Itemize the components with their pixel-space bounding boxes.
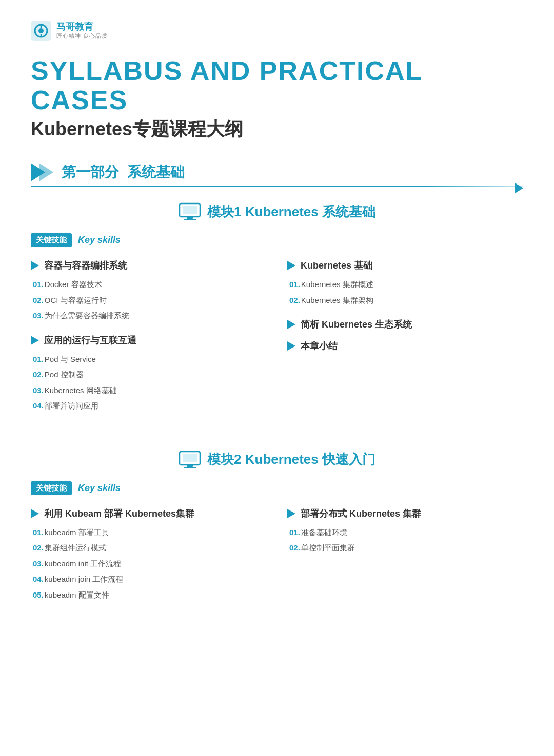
subsec-k8s-basics: Kubernetes 基础	[287, 259, 523, 272]
module-divider	[31, 440, 523, 440]
subsec-kubeam-title: 利用 Kubeam 部署 Kubernetes集群	[44, 507, 194, 520]
list-item: 02.OCI 与容器运行时	[33, 295, 267, 307]
list-item: 02.单控制平面集群	[289, 542, 523, 554]
app-running-list: 01.Pod 与 Service 02.Pod 控制器 03.Kubernete…	[31, 354, 267, 412]
module1-header: 模块1 Kubernetes 系统基础	[31, 202, 523, 221]
svg-marker-6	[39, 163, 53, 181]
subsec-arrow	[287, 341, 295, 351]
subsec-k8s-eco-title: 简析 Kubernetes 生态系统	[301, 318, 412, 331]
svg-rect-12	[183, 454, 197, 462]
module2-header: 模块2 Kubernetes 快速入门	[31, 451, 523, 469]
subsec-arrow	[31, 261, 39, 270]
list-item: 03.Kubernetes 网络基础	[33, 385, 267, 397]
svg-rect-9	[187, 217, 193, 219]
logo-text: 马哥教育 匠心精神·良心品质	[56, 22, 108, 40]
subsec-app-running-title: 应用的运行与互联互通	[44, 334, 136, 346]
svg-point-2	[38, 28, 44, 33]
list-item: 04.kubeadm join 工作流程	[33, 574, 267, 585]
part1-title: 第一部分 系统基础	[62, 162, 185, 182]
list-item: 03.kubeadm init 工作流程	[33, 558, 267, 570]
svg-rect-13	[187, 465, 193, 467]
key-skills-en2: Key skills	[78, 483, 121, 494]
list-item: 01.kubeadm 部署工具	[33, 527, 267, 539]
module2-title: 模块2 Kubernetes 快速入门	[207, 451, 375, 468]
list-item: 01.Pod 与 Service	[33, 354, 267, 365]
list-item: 05.kubeadm 配置文件	[33, 589, 267, 601]
module2: 模块2 Kubernetes 快速入门 关键技能 Key skills 利用 K…	[31, 451, 523, 614]
subsec-kubeam: 利用 Kubeam 部署 Kubernetes集群	[31, 507, 267, 520]
list-item: 02.Pod 控制器	[33, 369, 267, 381]
list-item: 02.Kubernetes 集群架构	[289, 295, 523, 307]
subsec-chapter-summary: 本章小结	[287, 340, 523, 352]
subsec-k8s-eco: 简析 Kubernetes 生态系统	[287, 318, 523, 331]
svg-rect-14	[184, 467, 196, 468]
svg-rect-10	[184, 219, 196, 220]
subsec-containers: 容器与容器编排系统	[31, 259, 267, 272]
subsec-arrow	[287, 509, 295, 518]
module1-title: 模块1 Kubernetes 系统基础	[207, 203, 375, 221]
subsec-distributed-title: 部署分布式 Kubernetes 集群	[301, 507, 421, 520]
module2-col-left: 利用 Kubeam 部署 Kubernetes集群 01.kubeadm 部署工…	[31, 507, 267, 614]
module1-col-right: Kubernetes 基础 01.Kubernetes 集群概述 02.Kube…	[287, 259, 523, 424]
part1-arrow	[31, 163, 53, 181]
list-item: 03.为什么需要容器编排系统	[33, 310, 267, 322]
subsec-arrow	[31, 509, 39, 518]
subsec-containers-title: 容器与容器编排系统	[44, 259, 127, 272]
containers-list: 01.Docker 容器技术 02.OCI 与容器运行时 03.为什么需要容器编…	[31, 279, 267, 322]
main-title-zh: Kubernetes专题课程大纲	[31, 117, 523, 142]
list-item: 01.Docker 容器技术	[33, 279, 267, 291]
logo-sub: 匠心精神·良心品质	[56, 32, 108, 40]
list-item: 01.准备基础环境	[289, 527, 523, 539]
key-skills-badge2: 关键技能	[31, 481, 72, 495]
monitor-icon2	[179, 451, 201, 469]
distributed-list: 01.准备基础环境 02.单控制平面集群	[287, 527, 523, 554]
subsec-k8s-basics-title: Kubernetes 基础	[301, 259, 372, 272]
kubeam-list: 01.kubeadm 部署工具 02.集群组件运行模式 03.kubeadm i…	[31, 527, 267, 601]
logo-icon	[31, 21, 51, 41]
module1: 模块1 Kubernetes 系统基础 关键技能 Key skills 容器与容…	[31, 202, 523, 424]
logo-name: 马哥教育	[56, 22, 108, 33]
part1-header: 第一部分 系统基础	[31, 162, 523, 182]
logo-area: 马哥教育 匠心精神·良心品质	[31, 21, 523, 41]
list-item: 01.Kubernetes 集群概述	[289, 279, 523, 291]
subsec-distributed: 部署分布式 Kubernetes 集群	[287, 507, 523, 520]
svg-rect-8	[183, 206, 197, 214]
key-skills-en: Key skills	[78, 235, 121, 246]
subsec-chapter-summary-title: 本章小结	[301, 340, 338, 352]
module2-col-right: 部署分布式 Kubernetes 集群 01.准备基础环境 02.单控制平面集群	[287, 507, 523, 614]
module2-columns: 利用 Kubeam 部署 Kubernetes集群 01.kubeadm 部署工…	[31, 507, 523, 614]
module1-key-skills: 关键技能 Key skills	[31, 233, 523, 247]
module2-key-skills: 关键技能 Key skills	[31, 481, 523, 495]
main-title-en: SYLLABUS AND PRACTICAL CASES	[31, 56, 523, 115]
subsec-app-running: 应用的运行与互联互通	[31, 334, 267, 346]
key-skills-badge: 关键技能	[31, 233, 72, 247]
subsec-arrow	[31, 336, 39, 345]
subsec-arrow	[287, 320, 295, 329]
monitor-icon	[179, 202, 201, 221]
section-divider	[31, 186, 523, 187]
module1-columns: 容器与容器编排系统 01.Docker 容器技术 02.OCI 与容器运行时 0…	[31, 259, 523, 424]
subsec-arrow	[287, 261, 295, 270]
list-item: 04.部署并访问应用	[33, 400, 267, 412]
list-item: 02.集群组件运行模式	[33, 542, 267, 554]
k8s-basics-list: 01.Kubernetes 集群概述 02.Kubernetes 集群架构	[287, 279, 523, 306]
module1-col-left: 容器与容器编排系统 01.Docker 容器技术 02.OCI 与容器运行时 0…	[31, 259, 267, 424]
